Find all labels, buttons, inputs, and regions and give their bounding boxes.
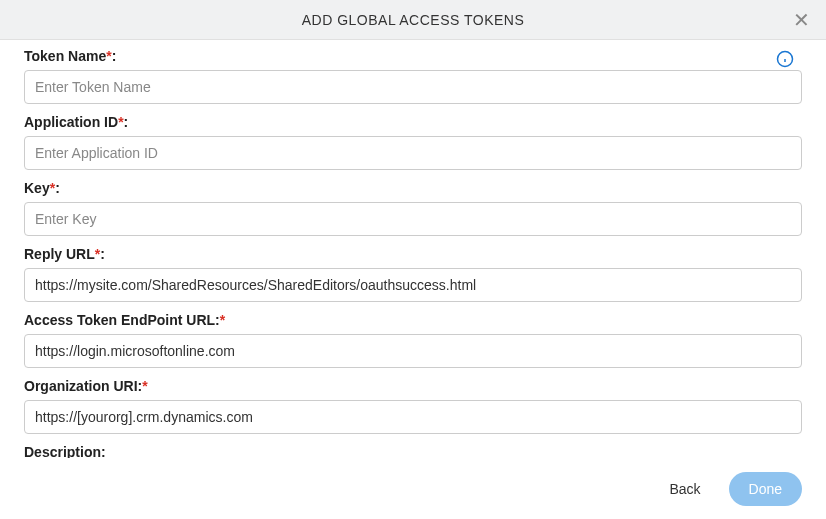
- label-description: Description:: [24, 444, 802, 458]
- content-wrapper: Token Name*: Application ID*: Key*: Repl…: [0, 40, 826, 458]
- dialog-title: ADD GLOBAL ACCESS TOKENS: [302, 12, 525, 28]
- form-content: Token Name*: Application ID*: Key*: Repl…: [0, 40, 826, 458]
- label-key: Key*:: [24, 180, 802, 196]
- dialog-header: ADD GLOBAL ACCESS TOKENS ✕: [0, 0, 826, 40]
- form-group-token-name: Token Name*:: [24, 48, 802, 104]
- close-icon: ✕: [793, 9, 810, 31]
- required-mark: *: [95, 246, 100, 262]
- info-icon: [776, 50, 794, 68]
- label-org-uri: Organization URI:*: [24, 378, 802, 394]
- required-mark: *: [50, 180, 55, 196]
- input-key[interactable]: [24, 202, 802, 236]
- form-group-description: Description:: [24, 444, 802, 458]
- required-mark: *: [106, 48, 111, 64]
- form-group-reply-url: Reply URL*:: [24, 246, 802, 302]
- done-button[interactable]: Done: [729, 472, 802, 506]
- input-org-uri[interactable]: [24, 400, 802, 434]
- required-mark: *: [142, 378, 147, 394]
- input-endpoint-url[interactable]: [24, 334, 802, 368]
- back-button[interactable]: Back: [657, 473, 712, 505]
- form-group-key: Key*:: [24, 180, 802, 236]
- close-button[interactable]: ✕: [789, 6, 814, 34]
- input-token-name[interactable]: [24, 70, 802, 104]
- form-group-application-id: Application ID*:: [24, 114, 802, 170]
- info-button[interactable]: [776, 50, 794, 72]
- label-token-name: Token Name*:: [24, 48, 802, 64]
- form-group-org-uri: Organization URI:*: [24, 378, 802, 434]
- input-reply-url[interactable]: [24, 268, 802, 302]
- required-mark: *: [118, 114, 123, 130]
- input-application-id[interactable]: [24, 136, 802, 170]
- dialog-footer: Back Done: [0, 459, 826, 519]
- form-group-endpoint-url: Access Token EndPoint URL:*: [24, 312, 802, 368]
- label-reply-url: Reply URL*:: [24, 246, 802, 262]
- label-application-id: Application ID*:: [24, 114, 802, 130]
- required-mark: *: [220, 312, 225, 328]
- label-endpoint-url: Access Token EndPoint URL:*: [24, 312, 802, 328]
